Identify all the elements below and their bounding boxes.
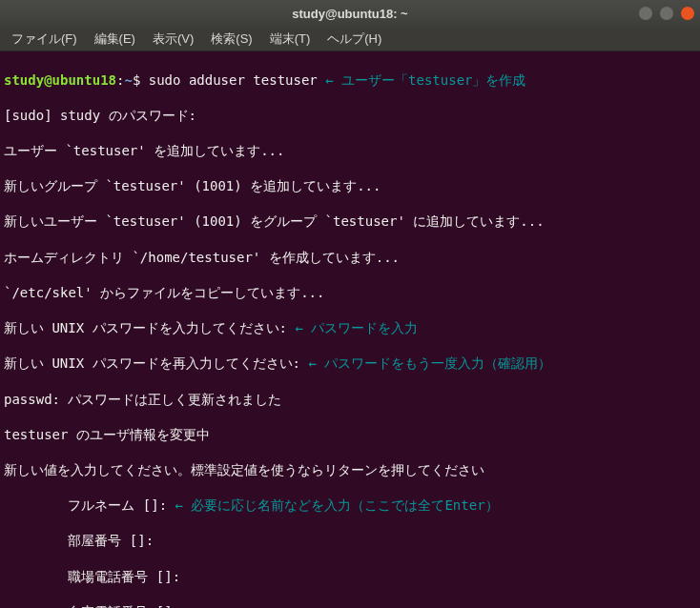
prompt-user: study@ubuntu18	[4, 72, 116, 88]
menu-search[interactable]: 検索(S)	[203, 29, 259, 50]
output-line: [sudo] study のパスワード:	[4, 107, 696, 125]
window-buttons	[639, 7, 694, 20]
window-title: study@ubuntu18: ~	[292, 7, 407, 21]
output-line: 新しいグループ `testuser' (1001) を追加しています...	[4, 177, 696, 195]
minimize-button[interactable]	[639, 7, 652, 20]
output-line: `/etc/skel' からファイルをコピーしています...	[4, 284, 696, 302]
close-button[interactable]	[681, 7, 694, 20]
prompt-path: ~	[124, 72, 132, 88]
output-line: フルネーム []:	[4, 497, 167, 513]
annotation: ← 必要に応じ名前などを入力（ここでは全てEnter）	[167, 497, 498, 513]
output-line: 新しい UNIX パスワードを再入力してください:	[4, 355, 300, 371]
maximize-button[interactable]	[660, 7, 673, 20]
output-line: 部屋番号 []:	[4, 532, 696, 550]
command-adduser: sudo adduser testuser	[149, 72, 318, 88]
output-line: testuser のユーザ情報を変更中	[4, 426, 696, 444]
annotation: ← パスワードを入力	[287, 320, 418, 335]
menubar: ファイル(F) 編集(E) 表示(V) 検索(S) 端末(T) ヘルプ(H)	[0, 27, 700, 51]
output-line: passwd: パスワードは正しく更新されました	[4, 391, 696, 409]
output-line: 新しい値を入力してください。標準設定値を使うならリターンを押してください	[4, 461, 696, 479]
output-line: 新しい UNIX パスワードを入力してください:	[4, 320, 287, 335]
output-line: 自宅電話番号 []:	[4, 603, 696, 608]
menu-terminal[interactable]: 端末(T)	[262, 29, 319, 50]
annotation: ← パスワードをもう一度入力（確認用）	[300, 355, 551, 371]
titlebar: study@ubuntu18: ~	[0, 0, 700, 27]
output-line: 職場電話番号 []:	[4, 568, 696, 586]
menu-view[interactable]: 表示(V)	[145, 29, 201, 50]
prompt-dollar: $	[133, 72, 140, 88]
output-line: ホームディレクトリ `/home/testuser' を作成しています...	[4, 249, 696, 267]
terminal-body[interactable]: study@ubuntu18:~$ sudo adduser testuser …	[0, 51, 700, 608]
output-line: 新しいユーザー `testuser' (1001) をグループ `testuse…	[4, 213, 696, 231]
menu-help[interactable]: ヘルプ(H)	[319, 29, 389, 50]
menu-file[interactable]: ファイル(F)	[4, 29, 85, 50]
annotation: ← ユーザー「testuser」を作成	[318, 72, 526, 88]
menu-edit[interactable]: 編集(E)	[87, 29, 143, 50]
output-line: ユーザー `testuser' を追加しています...	[4, 142, 696, 160]
